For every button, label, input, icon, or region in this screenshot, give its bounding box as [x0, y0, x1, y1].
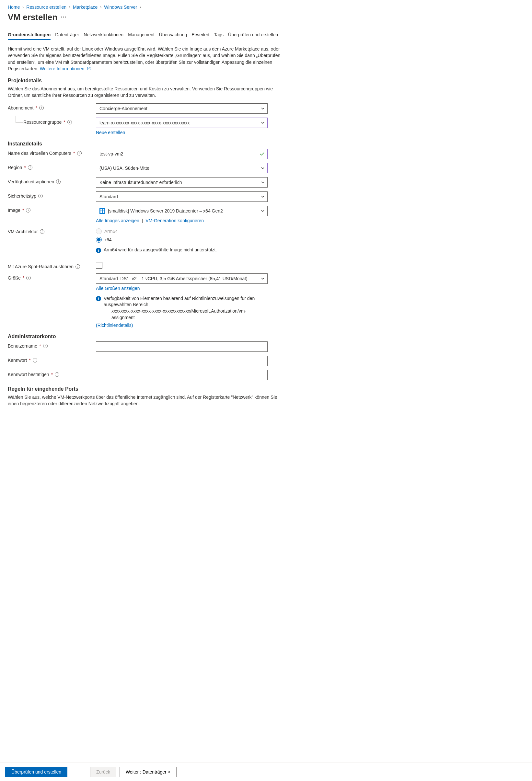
svg-rect-1	[103, 209, 104, 211]
required-marker: *	[35, 105, 37, 111]
tab-monitoring[interactable]: Überwachung	[159, 30, 187, 40]
info-icon[interactable]: i	[76, 264, 80, 269]
tab-networking[interactable]: Netzwerkfunktionen	[84, 30, 123, 40]
tab-basics[interactable]: Grundeinstellungen	[8, 30, 50, 40]
password-input[interactable]	[96, 356, 268, 366]
username-input[interactable]	[96, 341, 268, 352]
security-type-select[interactable]: Standard	[96, 192, 268, 202]
vm-architecture-label: VM-Architektur	[8, 229, 38, 234]
section-project-desc: Wählen Sie das Abonnement aus, um bereit…	[8, 85, 284, 99]
tab-advanced[interactable]: Erweitert	[192, 30, 209, 40]
info-icon[interactable]: i	[28, 165, 32, 170]
info-icon: i	[96, 248, 101, 253]
size-policy-note-1: Verfügbarkeit von Elementen basierend au…	[104, 295, 268, 308]
password-confirm-input[interactable]	[96, 370, 268, 380]
info-icon[interactable]: i	[68, 120, 72, 124]
required-marker: *	[24, 165, 26, 170]
info-icon[interactable]: i	[40, 229, 44, 234]
more-actions-icon[interactable]: ···	[60, 14, 67, 21]
subscription-select[interactable]: Concierge-Abonnement	[96, 103, 268, 114]
configure-vm-generation-link[interactable]: VM-Generation konfigurieren	[146, 218, 204, 223]
svg-rect-2	[100, 211, 102, 213]
resource-group-label: Ressourcengruppe	[23, 120, 62, 125]
learn-more-link[interactable]: Weitere Informationen	[40, 66, 91, 71]
size-select[interactable]: Standard_DS1_v2 – 1 vCPU, 3,5 GiB Arbeit…	[96, 274, 268, 284]
image-select[interactable]: [smalldisk] Windows Server 2019 Datacent…	[96, 206, 268, 216]
vm-name-input[interactable]: test-vp-vm2	[96, 149, 268, 159]
resource-group-select[interactable]: learn-xxxxxxxx-xxxx-xxxx-xxxx-xxxxxxxxxx…	[96, 118, 268, 128]
password-label: Kennwort	[8, 358, 27, 363]
chevron-down-icon	[261, 209, 265, 213]
see-all-images-link[interactable]: Alle Images anzeigen	[96, 218, 139, 223]
security-type-label: Sicherheitstyp	[8, 193, 36, 199]
see-all-sizes-link[interactable]: Alle Größen anzeigen	[96, 286, 140, 291]
chevron-down-icon	[261, 107, 265, 111]
info-icon[interactable]: i	[38, 194, 43, 198]
intro-text: Hiermit wird eine VM erstellt, auf der L…	[8, 46, 284, 72]
availability-label: Verfügbarkeitsoptionen	[8, 179, 54, 184]
page-title: VM erstellen ···	[8, 12, 284, 23]
required-marker: *	[51, 372, 53, 377]
chevron-right-icon: ›	[23, 5, 24, 9]
required-marker: *	[23, 208, 24, 213]
info-icon[interactable]: i	[26, 208, 31, 212]
subscription-label: Abonnement	[8, 105, 33, 111]
info-icon[interactable]: i	[26, 276, 31, 280]
info-icon[interactable]: i	[56, 179, 60, 184]
size-policy-note-2: xxxxxxxx-xxxx-xxxx-xxxx-xxxxxxxxxxxx/Mic…	[112, 308, 268, 321]
create-new-rg-link[interactable]: Neue erstellen	[96, 130, 125, 135]
info-icon: i	[96, 296, 101, 301]
info-icon[interactable]: i	[39, 106, 44, 110]
required-marker: *	[73, 151, 75, 156]
tab-disks[interactable]: Datenträger	[55, 30, 79, 40]
region-label: Region	[8, 165, 22, 170]
chevron-down-icon	[261, 277, 265, 281]
username-label: Benutzername	[8, 343, 37, 348]
required-marker: *	[23, 275, 24, 281]
arch-note: Arm64 wird für das ausgewählte Image nic…	[104, 247, 217, 252]
policy-details-link[interactable]: (Richtliniendetails)	[96, 323, 133, 328]
spot-discount-checkbox[interactable]	[96, 262, 103, 269]
chevron-down-icon	[261, 166, 265, 170]
tab-review[interactable]: Überprüfen und erstellen	[228, 30, 278, 40]
wizard-tabs: Grundeinstellungen Datenträger Netzwerkf…	[8, 30, 284, 40]
spot-discount-label: Mit Azure Spot-Rabatt ausführen	[8, 264, 74, 269]
size-label: Größe	[8, 275, 21, 281]
breadcrumb-create-resource[interactable]: Ressource erstellen	[26, 4, 67, 10]
chevron-down-icon	[261, 195, 265, 199]
chevron-down-icon	[261, 180, 265, 184]
tree-connector	[15, 116, 23, 123]
vm-name-label: Name des virtuellen Computers	[8, 151, 71, 156]
availability-select[interactable]: Keine Infrastrukturredundanz erforderlic…	[96, 177, 268, 188]
breadcrumb-marketplace[interactable]: Marketplace	[73, 4, 97, 10]
svg-rect-3	[103, 211, 104, 213]
svg-rect-0	[100, 209, 102, 211]
tab-management[interactable]: Management	[128, 30, 155, 40]
checkmark-icon	[259, 151, 265, 157]
chevron-right-icon: ›	[69, 5, 70, 9]
section-admin-heading: Administratorkonto	[8, 334, 284, 339]
breadcrumb-product[interactable]: Windows Server	[104, 4, 137, 10]
chevron-right-icon: ›	[100, 5, 101, 9]
section-instance-heading: Instanzdetails	[8, 141, 284, 147]
info-icon[interactable]: i	[55, 372, 59, 377]
breadcrumb-home[interactable]: Home	[8, 4, 20, 10]
info-icon[interactable]: i	[43, 344, 48, 348]
required-marker: *	[64, 120, 65, 125]
section-project-heading: Projektdetails	[8, 78, 284, 84]
arch-x64-radio[interactable]: x64	[96, 237, 268, 243]
chevron-right-icon: ›	[140, 5, 141, 9]
chevron-down-icon	[261, 121, 265, 125]
tab-tags[interactable]: Tags	[214, 30, 223, 40]
section-ports-desc: Wählen Sie aus, welche VM-Netzwerkports …	[8, 394, 284, 407]
password-confirm-label: Kennwort bestätigen	[8, 372, 49, 377]
info-icon[interactable]: i	[33, 358, 37, 363]
info-icon[interactable]: i	[77, 151, 82, 156]
region-select[interactable]: (USA) USA, Süden-Mitte	[96, 163, 268, 173]
external-link-icon	[87, 67, 91, 71]
required-marker: *	[29, 358, 31, 363]
windows-icon	[99, 208, 105, 214]
section-ports-heading: Regeln für eingehende Ports	[8, 386, 284, 392]
required-marker: *	[39, 343, 41, 348]
breadcrumb: Home › Ressource erstellen › Marketplace…	[8, 4, 284, 10]
